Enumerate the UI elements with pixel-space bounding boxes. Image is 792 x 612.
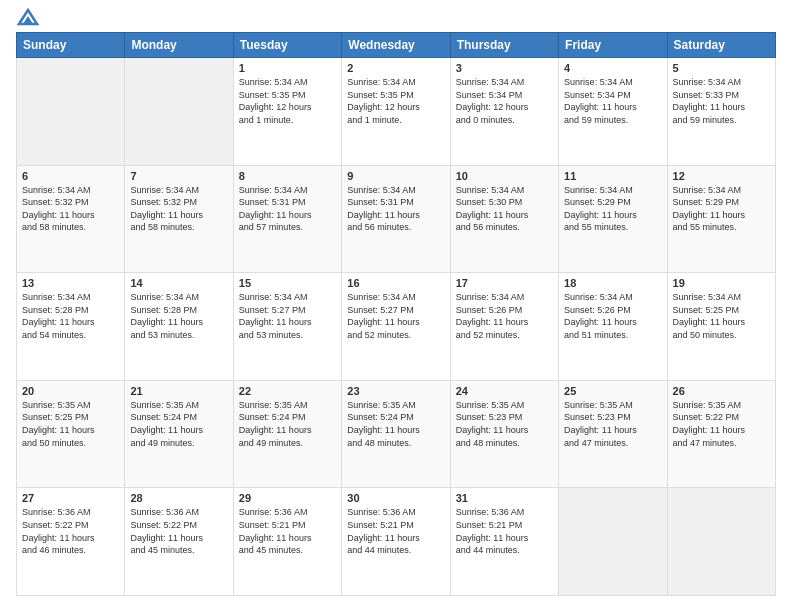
logo-icon [17,8,39,26]
calendar-cell: 9Sunrise: 5:34 AM Sunset: 5:31 PM Daylig… [342,165,450,273]
day-info: Sunrise: 5:34 AM Sunset: 5:34 PM Dayligh… [564,76,661,126]
day-info: Sunrise: 5:34 AM Sunset: 5:35 PM Dayligh… [239,76,336,126]
calendar-header-row: SundayMondayTuesdayWednesdayThursdayFrid… [17,33,776,58]
day-info: Sunrise: 5:34 AM Sunset: 5:32 PM Dayligh… [130,184,227,234]
day-number: 9 [347,170,444,182]
day-number: 5 [673,62,770,74]
calendar-week-3: 13Sunrise: 5:34 AM Sunset: 5:28 PM Dayli… [17,273,776,381]
day-number: 10 [456,170,553,182]
day-number: 21 [130,385,227,397]
day-number: 2 [347,62,444,74]
calendar-cell: 22Sunrise: 5:35 AM Sunset: 5:24 PM Dayli… [233,380,341,488]
day-number: 6 [22,170,119,182]
calendar-cell: 7Sunrise: 5:34 AM Sunset: 5:32 PM Daylig… [125,165,233,273]
calendar-cell: 23Sunrise: 5:35 AM Sunset: 5:24 PM Dayli… [342,380,450,488]
day-info: Sunrise: 5:34 AM Sunset: 5:31 PM Dayligh… [347,184,444,234]
calendar-cell: 18Sunrise: 5:34 AM Sunset: 5:26 PM Dayli… [559,273,667,381]
calendar-cell: 25Sunrise: 5:35 AM Sunset: 5:23 PM Dayli… [559,380,667,488]
day-number: 17 [456,277,553,289]
calendar-cell: 26Sunrise: 5:35 AM Sunset: 5:22 PM Dayli… [667,380,775,488]
day-number: 18 [564,277,661,289]
day-info: Sunrise: 5:34 AM Sunset: 5:32 PM Dayligh… [22,184,119,234]
day-info: Sunrise: 5:35 AM Sunset: 5:24 PM Dayligh… [347,399,444,449]
day-number: 29 [239,492,336,504]
day-number: 16 [347,277,444,289]
day-info: Sunrise: 5:34 AM Sunset: 5:34 PM Dayligh… [456,76,553,126]
calendar-cell: 21Sunrise: 5:35 AM Sunset: 5:24 PM Dayli… [125,380,233,488]
day-number: 8 [239,170,336,182]
day-number: 24 [456,385,553,397]
calendar-cell: 11Sunrise: 5:34 AM Sunset: 5:29 PM Dayli… [559,165,667,273]
day-number: 25 [564,385,661,397]
day-number: 11 [564,170,661,182]
day-info: Sunrise: 5:34 AM Sunset: 5:33 PM Dayligh… [673,76,770,126]
day-info: Sunrise: 5:35 AM Sunset: 5:23 PM Dayligh… [456,399,553,449]
day-number: 23 [347,385,444,397]
calendar-cell [559,488,667,596]
calendar-header-friday: Friday [559,33,667,58]
day-number: 3 [456,62,553,74]
calendar-week-1: 1Sunrise: 5:34 AM Sunset: 5:35 PM Daylig… [17,58,776,166]
calendar-week-2: 6Sunrise: 5:34 AM Sunset: 5:32 PM Daylig… [17,165,776,273]
calendar-week-4: 20Sunrise: 5:35 AM Sunset: 5:25 PM Dayli… [17,380,776,488]
day-number: 15 [239,277,336,289]
day-number: 26 [673,385,770,397]
calendar-cell [667,488,775,596]
day-number: 28 [130,492,227,504]
calendar-cell: 8Sunrise: 5:34 AM Sunset: 5:31 PM Daylig… [233,165,341,273]
calendar-cell: 17Sunrise: 5:34 AM Sunset: 5:26 PM Dayli… [450,273,558,381]
calendar-cell: 28Sunrise: 5:36 AM Sunset: 5:22 PM Dayli… [125,488,233,596]
day-info: Sunrise: 5:35 AM Sunset: 5:24 PM Dayligh… [130,399,227,449]
calendar-header-monday: Monday [125,33,233,58]
calendar-cell [125,58,233,166]
calendar-header-sunday: Sunday [17,33,125,58]
calendar-table: SundayMondayTuesdayWednesdayThursdayFrid… [16,32,776,596]
calendar-cell: 15Sunrise: 5:34 AM Sunset: 5:27 PM Dayli… [233,273,341,381]
day-info: Sunrise: 5:35 AM Sunset: 5:25 PM Dayligh… [22,399,119,449]
calendar-cell: 1Sunrise: 5:34 AM Sunset: 5:35 PM Daylig… [233,58,341,166]
day-info: Sunrise: 5:34 AM Sunset: 5:31 PM Dayligh… [239,184,336,234]
calendar-cell: 30Sunrise: 5:36 AM Sunset: 5:21 PM Dayli… [342,488,450,596]
day-info: Sunrise: 5:34 AM Sunset: 5:27 PM Dayligh… [239,291,336,341]
day-info: Sunrise: 5:36 AM Sunset: 5:21 PM Dayligh… [347,506,444,556]
day-info: Sunrise: 5:34 AM Sunset: 5:29 PM Dayligh… [673,184,770,234]
day-info: Sunrise: 5:34 AM Sunset: 5:26 PM Dayligh… [564,291,661,341]
calendar-cell [17,58,125,166]
calendar-header-saturday: Saturday [667,33,775,58]
day-number: 7 [130,170,227,182]
calendar-header-wednesday: Wednesday [342,33,450,58]
day-number: 14 [130,277,227,289]
day-info: Sunrise: 5:34 AM Sunset: 5:29 PM Dayligh… [564,184,661,234]
day-number: 31 [456,492,553,504]
calendar-cell: 5Sunrise: 5:34 AM Sunset: 5:33 PM Daylig… [667,58,775,166]
day-info: Sunrise: 5:36 AM Sunset: 5:21 PM Dayligh… [239,506,336,556]
day-info: Sunrise: 5:34 AM Sunset: 5:28 PM Dayligh… [22,291,119,341]
calendar-cell: 19Sunrise: 5:34 AM Sunset: 5:25 PM Dayli… [667,273,775,381]
day-info: Sunrise: 5:34 AM Sunset: 5:25 PM Dayligh… [673,291,770,341]
day-info: Sunrise: 5:34 AM Sunset: 5:26 PM Dayligh… [456,291,553,341]
day-info: Sunrise: 5:35 AM Sunset: 5:22 PM Dayligh… [673,399,770,449]
day-info: Sunrise: 5:34 AM Sunset: 5:30 PM Dayligh… [456,184,553,234]
calendar-cell: 2Sunrise: 5:34 AM Sunset: 5:35 PM Daylig… [342,58,450,166]
day-number: 1 [239,62,336,74]
calendar-week-5: 27Sunrise: 5:36 AM Sunset: 5:22 PM Dayli… [17,488,776,596]
calendar-page: SundayMondayTuesdayWednesdayThursdayFrid… [0,0,792,612]
calendar-cell: 29Sunrise: 5:36 AM Sunset: 5:21 PM Dayli… [233,488,341,596]
calendar-header-tuesday: Tuesday [233,33,341,58]
logo [16,16,39,22]
day-number: 20 [22,385,119,397]
calendar-cell: 24Sunrise: 5:35 AM Sunset: 5:23 PM Dayli… [450,380,558,488]
day-info: Sunrise: 5:36 AM Sunset: 5:22 PM Dayligh… [130,506,227,556]
calendar-cell: 10Sunrise: 5:34 AM Sunset: 5:30 PM Dayli… [450,165,558,273]
day-number: 4 [564,62,661,74]
day-number: 12 [673,170,770,182]
day-info: Sunrise: 5:36 AM Sunset: 5:22 PM Dayligh… [22,506,119,556]
calendar-cell: 14Sunrise: 5:34 AM Sunset: 5:28 PM Dayli… [125,273,233,381]
day-info: Sunrise: 5:35 AM Sunset: 5:24 PM Dayligh… [239,399,336,449]
day-number: 19 [673,277,770,289]
header [16,16,776,22]
calendar-cell: 4Sunrise: 5:34 AM Sunset: 5:34 PM Daylig… [559,58,667,166]
calendar-cell: 3Sunrise: 5:34 AM Sunset: 5:34 PM Daylig… [450,58,558,166]
calendar-header-thursday: Thursday [450,33,558,58]
day-number: 22 [239,385,336,397]
